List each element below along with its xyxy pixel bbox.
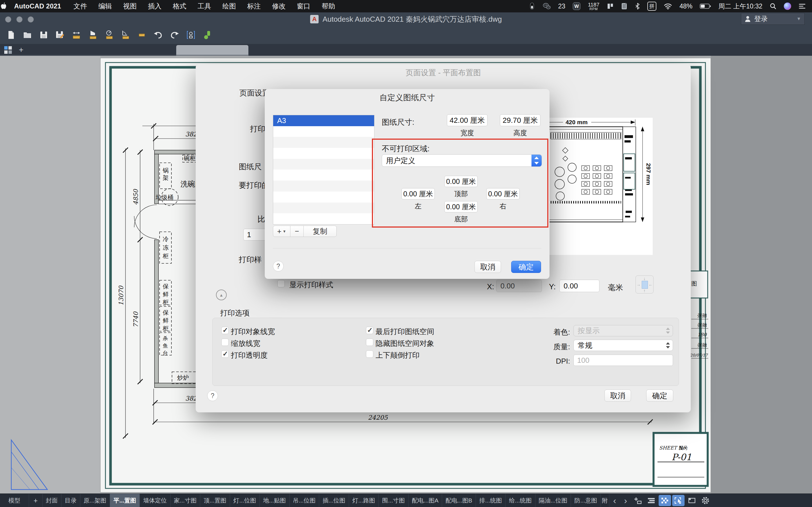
prev-tabs-arrow[interactable]: ‹ bbox=[609, 494, 620, 507]
layout-list-icon[interactable] bbox=[645, 495, 658, 506]
search-icon[interactable] bbox=[770, 3, 776, 10]
paper-height-input[interactable]: 29.70 厘米 bbox=[500, 114, 541, 126]
tab-overview-icon[interactable] bbox=[2, 45, 13, 54]
grid-icon[interactable] bbox=[659, 495, 671, 506]
layout-tab-10[interactable]: 插...位图 bbox=[319, 494, 349, 507]
custom-paper-ok-button[interactable]: 确定 bbox=[511, 261, 541, 273]
offset-y-input[interactable]: 0.00 bbox=[559, 280, 599, 292]
checkbox-plot-lineweights[interactable] bbox=[221, 327, 229, 334]
nonprintable-type-dropdown[interactable]: 用户定义 bbox=[382, 154, 542, 167]
list-row-empty[interactable] bbox=[273, 213, 374, 224]
remove-size-button[interactable]: − bbox=[290, 226, 304, 237]
word-icon[interactable]: W bbox=[573, 2, 580, 10]
save-as-icon[interactable] bbox=[54, 29, 66, 41]
menu-item-10[interactable]: 帮助 bbox=[322, 2, 335, 11]
new-file-icon[interactable] bbox=[5, 29, 17, 41]
layout-tab-8[interactable]: 地...贴图 bbox=[260, 494, 290, 507]
layout-tab-6[interactable]: 顶...置图 bbox=[200, 494, 230, 507]
layout-tab-5[interactable]: 家...寸图 bbox=[170, 494, 200, 507]
menu-item-2[interactable]: 视图 bbox=[123, 2, 137, 11]
menu-item-6[interactable]: 绘图 bbox=[222, 2, 236, 11]
list-icon[interactable] bbox=[799, 3, 806, 9]
tab-model[interactable]: 模型 bbox=[0, 494, 29, 507]
list-row-empty[interactable] bbox=[273, 180, 374, 191]
ruler-icon[interactable] bbox=[136, 29, 148, 41]
offset-x-input[interactable]: 0.00 bbox=[496, 280, 542, 292]
file-tab[interactable] bbox=[176, 45, 248, 56]
layout-tab-18[interactable]: 防...意图 bbox=[571, 494, 601, 507]
list-row-empty[interactable] bbox=[273, 137, 374, 148]
page-setup-ok-button[interactable]: 确定 bbox=[646, 390, 673, 402]
paper-size-list[interactable]: A3 bbox=[273, 115, 374, 224]
layout-tab-11[interactable]: 灯...路图 bbox=[349, 494, 379, 507]
apple-icon[interactable] bbox=[0, 2, 7, 10]
rpm-indicator[interactable]: 1187 RPM bbox=[588, 2, 599, 11]
copy-size-button[interactable]: 复制 bbox=[303, 226, 337, 237]
layout-tab-12[interactable]: 围...寸图 bbox=[378, 494, 409, 507]
layout-tab-17[interactable]: 隔油...位图 bbox=[536, 494, 571, 507]
checkbox-hide-paperspace[interactable] bbox=[366, 339, 373, 346]
quality-dropdown[interactable]: 常规 bbox=[573, 340, 673, 351]
next-tabs-arrow[interactable]: › bbox=[620, 494, 631, 507]
checkbox-plot-upside-down[interactable] bbox=[366, 350, 373, 358]
checkbox-paperspace-last[interactable] bbox=[366, 327, 373, 334]
new-layout-icon[interactable] bbox=[631, 495, 644, 506]
redo-icon[interactable] bbox=[168, 29, 181, 41]
panes-icon[interactable] bbox=[607, 3, 613, 10]
menu-clock[interactable]: 周二 上午10:32 bbox=[718, 2, 762, 11]
layout-tab-15[interactable]: 排...统图 bbox=[476, 494, 506, 507]
penguin-icon[interactable] bbox=[529, 3, 535, 10]
layout-tab-2[interactable]: 原...架图 bbox=[80, 494, 110, 507]
object-snap-pointer-icon[interactable] bbox=[672, 495, 684, 506]
help-button[interactable]: ? bbox=[207, 390, 218, 401]
list-row-empty[interactable] bbox=[273, 148, 374, 159]
margin-top-input[interactable]: 0.00 厘米 bbox=[444, 176, 477, 187]
shade-dropdown[interactable]: 按显示 bbox=[573, 325, 673, 336]
battery-icon[interactable] bbox=[700, 3, 711, 9]
wechat-icon[interactable] bbox=[543, 3, 551, 10]
viewport-rect-icon[interactable] bbox=[686, 495, 698, 506]
workspace-icon[interactable] bbox=[201, 29, 213, 41]
paper-width-input[interactable]: 42.00 厘米 bbox=[447, 114, 488, 126]
custom-paper-cancel-button[interactable]: 取消 bbox=[474, 261, 501, 273]
siri-icon[interactable] bbox=[784, 3, 791, 10]
list-row-empty[interactable] bbox=[273, 126, 374, 137]
layout-viewport-icon[interactable] bbox=[185, 29, 197, 41]
layout-tab-0[interactable]: 封面 bbox=[43, 494, 61, 507]
layout-tab-7[interactable]: 灯...位图 bbox=[230, 494, 260, 507]
margin-left-input[interactable]: 0.00 厘米 bbox=[402, 188, 435, 200]
list-row-empty[interactable] bbox=[273, 203, 374, 214]
checkbox-plot-transparency[interactable] bbox=[221, 350, 229, 358]
wifi-icon[interactable] bbox=[664, 3, 672, 10]
login-button[interactable]: 登录 ▼ bbox=[741, 13, 805, 25]
layout-tab-4[interactable]: 墙体定位 bbox=[140, 494, 170, 507]
list-item-a3[interactable]: A3 bbox=[273, 115, 374, 126]
bluetooth-icon[interactable] bbox=[635, 3, 640, 10]
menu-item-8[interactable]: 修改 bbox=[272, 2, 286, 11]
checkbox-scale-lineweights[interactable] bbox=[221, 339, 229, 346]
margin-right-input[interactable]: 0.00 厘米 bbox=[486, 188, 520, 200]
tablet-icon[interactable] bbox=[621, 3, 627, 10]
stepper-icon[interactable] bbox=[531, 155, 542, 166]
layout-tab-16[interactable]: 给...统图 bbox=[506, 494, 536, 507]
dim-linear-icon[interactable] bbox=[70, 29, 82, 41]
layout-tab-19[interactable]: 附 bbox=[601, 494, 609, 507]
add-layout-tab[interactable]: + bbox=[29, 494, 43, 507]
gear-icon[interactable] bbox=[699, 495, 712, 506]
menu-item-4[interactable]: 格式 bbox=[173, 2, 186, 11]
pinyin-icon[interactable]: 拼 bbox=[647, 2, 656, 11]
menu-item-7[interactable]: 标注 bbox=[247, 2, 261, 11]
add-size-button[interactable]: +▼ bbox=[273, 226, 290, 237]
list-row-empty[interactable] bbox=[273, 170, 374, 180]
undo-icon[interactable] bbox=[152, 29, 164, 41]
list-row-empty[interactable] bbox=[273, 159, 374, 170]
menu-item-0[interactable]: 文件 bbox=[73, 2, 87, 11]
dim-angular-icon[interactable] bbox=[119, 29, 132, 41]
layout-tab-1[interactable]: 目录 bbox=[61, 494, 80, 507]
menu-item-5[interactable]: 工具 bbox=[198, 2, 211, 11]
center-plot-icon[interactable]: ↓→ ←↑ bbox=[636, 276, 654, 293]
show-plot-styles-checkbox[interactable] bbox=[277, 280, 285, 287]
list-row-empty[interactable] bbox=[273, 191, 374, 203]
open-folder-icon[interactable] bbox=[21, 29, 33, 41]
layout-tab-14[interactable]: 配电...图B bbox=[442, 494, 476, 507]
